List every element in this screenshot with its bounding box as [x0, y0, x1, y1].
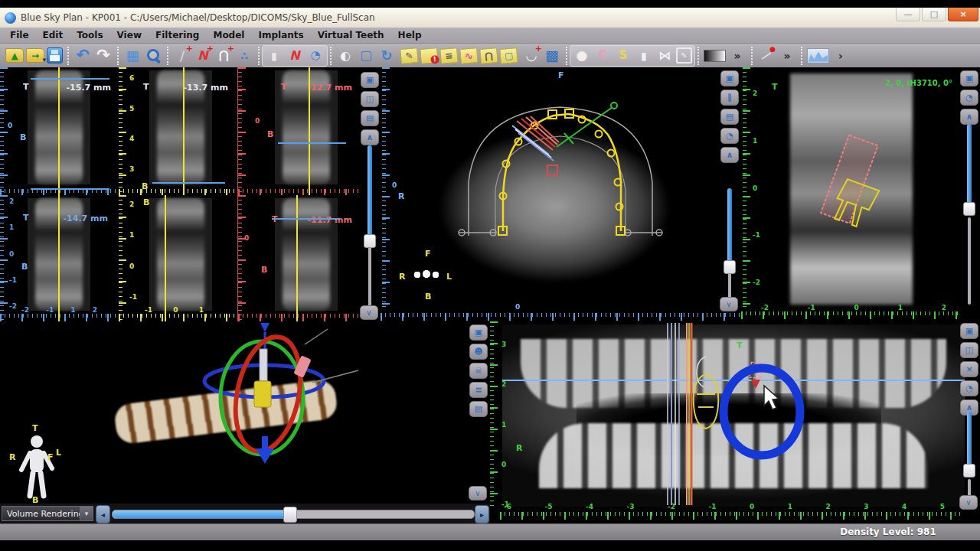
- axial-slice-slider[interactable]: [724, 188, 736, 303]
- note-warning-icon[interactable]: !: [420, 47, 439, 64]
- slices-scroll-slider[interactable]: [364, 145, 376, 308]
- arch-outline-outer[interactable]: [469, 107, 652, 236]
- slice-cell[interactable]: 6543 T -13.7 mm B: [119, 67, 237, 195]
- note-nerve-icon[interactable]: ∿: [459, 47, 479, 64]
- crosshair-vline[interactable]: [165, 195, 166, 321]
- note-model-icon[interactable]: ▢: [499, 47, 518, 64]
- overflow-3-icon[interactable]: ›: [831, 47, 850, 65]
- close-button[interactable]: ×: [948, 8, 978, 21]
- crosshair-hline[interactable]: [31, 78, 109, 80]
- note-list-icon[interactable]: ≡: [439, 47, 459, 64]
- crosshair-vline[interactable]: [296, 195, 298, 321]
- slider-handle[interactable]: [364, 234, 376, 248]
- slice-position-lines-red[interactable]: [687, 323, 691, 505]
- pano-expand-icon[interactable]: ▣: [960, 323, 978, 339]
- nerve-tool-icon[interactable]: N: [286, 47, 304, 65]
- implant-body[interactable]: [254, 381, 271, 407]
- implant-tip-marker[interactable]: [751, 380, 760, 389]
- pano-layout-icon[interactable]: ◫: [960, 342, 978, 358]
- s-curve-tool-icon[interactable]: S: [614, 47, 632, 65]
- redo-icon[interactable]: ↷: [94, 47, 113, 65]
- abutment-tool-icon[interactable]: ▮: [635, 47, 653, 65]
- save-icon[interactable]: [47, 47, 63, 64]
- implant-pin[interactable]: [260, 349, 267, 381]
- slider-handle[interactable]: [963, 464, 975, 478]
- slider-handle[interactable]: [963, 202, 975, 216]
- crown-tool-icon[interactable]: ●: [573, 47, 591, 65]
- threshold-right-arrow[interactable]: ▸: [475, 505, 489, 523]
- volume-figure-icon[interactable]: ☻: [469, 344, 488, 360]
- selection-circle[interactable]: [724, 368, 800, 455]
- bridge-tool-icon[interactable]: ⋈: [655, 47, 674, 65]
- add-jaw-icon[interactable]: ◡+: [522, 47, 541, 65]
- volume-screen-icon[interactable]: ▤: [469, 401, 488, 417]
- widget-arrow-up[interactable]: [260, 323, 270, 332]
- overflow-2-icon[interactable]: »: [778, 47, 796, 65]
- slices-expand-icon[interactable]: ▣: [361, 72, 379, 88]
- threshold-slider[interactable]: [112, 510, 475, 519]
- cross-section-panel[interactable]: 210-1-2 -2-1012 T 2, 0, IH3710, 0° ▣◔∧: [741, 67, 980, 321]
- slice-cell[interactable]: 210-1-2 -2-112 T -14.7 mm B: [0, 195, 119, 321]
- circle-c-tool-icon[interactable]: C: [593, 47, 612, 65]
- menu-item[interactable]: Edit: [36, 28, 70, 43]
- maximize-button[interactable]: □: [922, 8, 946, 21]
- implant-tool-icon[interactable]: ▮: [265, 47, 283, 65]
- brightness-gradient-icon[interactable]: [704, 50, 726, 62]
- arch-outline-inner[interactable]: [495, 136, 626, 236]
- slices-scroll-down-icon[interactable]: [360, 305, 378, 320]
- cross-implant-icon[interactable]: ◔: [960, 90, 978, 106]
- pano-scroll-down-icon[interactable]: [959, 495, 978, 510]
- surface-pattern-icon[interactable]: ▩: [543, 47, 561, 65]
- curve-control-points[interactable]: [498, 109, 625, 235]
- slice-grid-icon[interactable]: ▦: [123, 47, 142, 65]
- crosshair-hline[interactable]: [272, 218, 340, 220]
- add-marker-icon[interactable]: ∴: [235, 47, 253, 65]
- slice-cell[interactable]: 210-1 -101 B: [119, 195, 237, 321]
- crosshair-hline[interactable]: [31, 188, 109, 190]
- crosshair-vline[interactable]: [58, 195, 60, 321]
- implant-angled-icon[interactable]: ∕●: [757, 47, 776, 65]
- volume-skull-icon[interactable]: ☠: [469, 363, 488, 379]
- slice-position-lines-blue[interactable]: [668, 323, 679, 505]
- volume-scroll-down-icon[interactable]: [469, 486, 487, 500]
- cross-expand-icon[interactable]: ▣: [960, 70, 978, 86]
- pano-slice-slider[interactable]: [963, 412, 975, 502]
- axial-up-icon[interactable]: ∧: [720, 147, 739, 163]
- axial-implant-icon[interactable]: ◔: [720, 128, 739, 144]
- axial-panel[interactable]: F 0 R 0: [381, 67, 741, 321]
- slice-cell[interactable]: T -12.7 mm 0 B: [237, 67, 360, 195]
- panoramic-panel[interactable]: 3210-1 -6-5-4-3-2-1012345 T R: [490, 321, 980, 523]
- undo-icon[interactable]: ↶: [74, 47, 92, 65]
- add-nerve-icon[interactable]: N+: [194, 47, 212, 65]
- slice-cell[interactable]: T -11.7 mm 0 B: [237, 195, 360, 321]
- slider-handle[interactable]: [724, 260, 736, 274]
- pano-delete-icon[interactable]: ×: [960, 361, 978, 377]
- cross-up-icon[interactable]: ∧: [960, 109, 978, 125]
- nerve-endpoint[interactable]: [611, 103, 617, 109]
- threshold-left-arrow[interactable]: ◂: [96, 505, 110, 523]
- pano-implant-icon[interactable]: ◔: [960, 380, 978, 396]
- note-tooth-icon[interactable]: ⋂: [479, 47, 498, 64]
- virtual-tooth-outline[interactable]: [694, 375, 719, 429]
- tooth-outline-white[interactable]: [697, 357, 706, 387]
- render-mode-dropdown[interactable]: Volume Rendering: [2, 506, 93, 521]
- focus-square[interactable]: [547, 165, 557, 175]
- slices-snapshot-icon[interactable]: ▤: [361, 110, 379, 126]
- crosshair-hline[interactable]: [152, 182, 225, 184]
- menu-item[interactable]: Virtual Teeth: [311, 28, 391, 43]
- volume-text-icon[interactable]: ≡: [469, 382, 488, 398]
- rotate-view-icon[interactable]: ↻: [377, 47, 396, 65]
- zoom-tool-icon[interactable]: [144, 47, 162, 65]
- add-tooth-icon[interactable]: ⋂+: [214, 47, 233, 65]
- histogram-icon[interactable]: [807, 48, 829, 64]
- edit-contrast-icon[interactable]: ✎: [676, 47, 692, 64]
- menu-item[interactable]: File: [3, 28, 36, 43]
- cross-slice-slider[interactable]: [963, 124, 975, 305]
- crosshair-vline[interactable]: [183, 67, 185, 195]
- slices-settings-icon[interactable]: ∧: [361, 129, 379, 145]
- axial-scroll-down-icon[interactable]: [720, 297, 738, 311]
- minimize-button[interactable]: —: [896, 8, 920, 21]
- open-scan-icon[interactable]: ▲: [5, 48, 24, 63]
- menu-item[interactable]: View: [110, 28, 149, 43]
- slider-handle[interactable]: [283, 507, 297, 523]
